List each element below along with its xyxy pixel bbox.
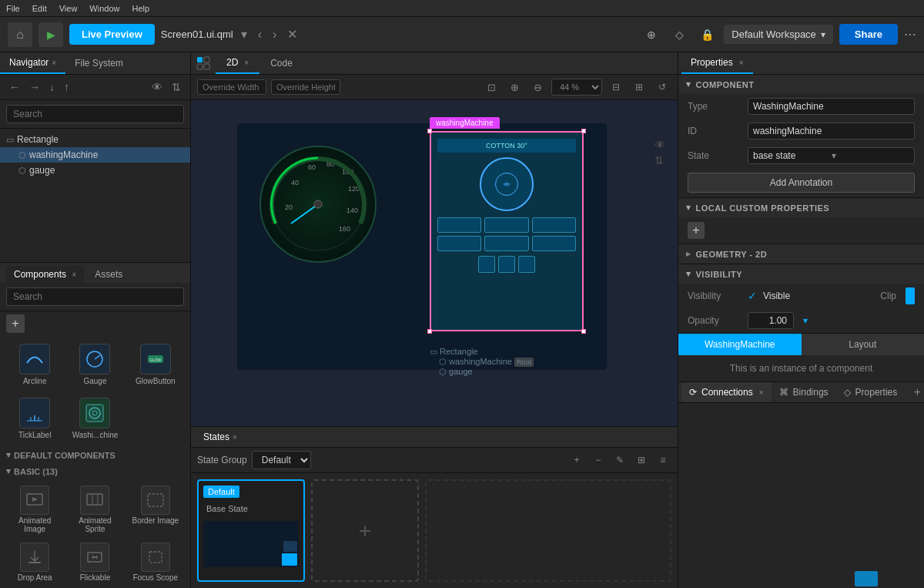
tab-code[interactable]: Code — [259, 53, 303, 73]
component-section-header[interactable]: ▾ COMPONENT — [678, 75, 924, 94]
state-group-select[interactable]: Default — [252, 451, 311, 469]
add-connection-button[interactable]: + — [914, 385, 921, 399]
play-button[interactable]: ▶ — [38, 22, 63, 47]
tab-navigator[interactable]: Navigator × — [0, 52, 65, 74]
canvas-options[interactable]: ⊞ — [630, 78, 648, 96]
add-state-area[interactable]: + — [311, 479, 419, 582]
visibility-toggle-button[interactable]: 👁 — [149, 79, 166, 95]
state-dropdown[interactable]: base state ▾ — [748, 147, 915, 164]
tab-components[interactable]: Components × — [6, 266, 84, 283]
home-button[interactable]: ⌂ — [8, 22, 32, 47]
menu-edit[interactable]: Edit — [32, 4, 47, 13]
add-state-button[interactable]: + — [568, 452, 585, 469]
gauge-component[interactable]: 20 40 60 80 100 120 140 160 0 — [253, 139, 383, 272]
menu-file[interactable]: File — [6, 4, 20, 13]
nav-down-button[interactable]: ↓ — [46, 79, 58, 95]
state-default-card[interactable]: Default Base State — [197, 479, 305, 582]
menu-window[interactable]: Window — [89, 4, 119, 13]
override-width-input[interactable] — [197, 79, 266, 95]
menu-view[interactable]: View — [59, 4, 78, 13]
close-file-button[interactable]: ✕ — [284, 24, 300, 45]
basic-flickable[interactable]: Flickable — [66, 539, 123, 585]
edit-state-button[interactable]: ✎ — [611, 452, 628, 469]
canvas-refresh[interactable]: ↺ — [653, 78, 671, 96]
clip-toggle[interactable] — [906, 287, 915, 304]
component-search-input[interactable] — [6, 287, 184, 306]
geometry-header[interactable]: ▸ GEOMETRY - 2D — [678, 244, 924, 264]
list-view-button[interactable]: ≡ — [654, 452, 671, 469]
tab-2d[interactable]: 2D × — [216, 52, 259, 74]
add-property-button[interactable]: + — [688, 222, 705, 239]
comp-arcline[interactable]: Arcline — [6, 339, 63, 390]
lock-icon[interactable]: 🔒 — [696, 24, 718, 45]
comp-washingmachine[interactable]: Washi...chine — [66, 393, 123, 444]
tab-properties-conn[interactable]: ◇ Properties — [836, 382, 906, 402]
live-preview-button[interactable]: Live Preview — [69, 24, 155, 45]
visibility-check-icon[interactable]: ✓ — [748, 290, 757, 302]
override-height-input[interactable] — [271, 79, 340, 95]
comp-glowbutton[interactable]: GLOW GlowButton — [127, 339, 184, 390]
washingmachine-icon: ⬡ — [18, 150, 26, 160]
zoom-selector[interactable]: 44 % 100 % 50 % — [551, 79, 602, 96]
search-input[interactable] — [6, 105, 184, 123]
drop-area-icon — [20, 543, 49, 572]
tab-layout[interactable]: Layout — [802, 334, 925, 355]
basic-drop-area[interactable]: Drop Area — [6, 539, 63, 585]
add-annotation-button[interactable]: Add Annotation — [688, 173, 915, 193]
basic-animated-image[interactable]: Animated Image — [6, 482, 63, 536]
tab-assets[interactable]: Assets — [87, 266, 130, 283]
close-components-tab[interactable]: × — [72, 270, 76, 279]
basic-focus-scope[interactable]: Focus Scope — [127, 539, 184, 585]
tree-item-gauge[interactable]: ⬡ gauge — [0, 163, 190, 178]
tab-states[interactable]: States × — [194, 427, 246, 447]
remove-state-button[interactable]: − — [590, 452, 607, 469]
tab-washingmachine-detail[interactable]: WashingMachine — [678, 334, 802, 355]
nav-back-button[interactable]: ← — [6, 79, 23, 95]
connections-icon[interactable]: ⊕ — [641, 24, 662, 45]
basic-animated-sprite[interactable]: Animated Sprite — [66, 482, 123, 536]
opacity-spinner[interactable]: ▾ — [803, 315, 808, 326]
tab-connections[interactable]: ⟳ Connections × — [681, 382, 772, 402]
nav-up-button[interactable]: ↑ — [61, 79, 72, 95]
share-button[interactable]: Share — [839, 24, 898, 45]
close-states-tab[interactable]: × — [233, 433, 237, 442]
tab-bindings[interactable]: ⌘ Bindings — [772, 382, 836, 402]
visibility-section-header[interactable]: ▾ VISIBILITY — [678, 264, 924, 284]
zoom-in-button[interactable]: ⊕ — [505, 78, 524, 96]
basic-components-header[interactable]: ▾ BASIC (13) — [0, 463, 190, 479]
workspace-selector[interactable]: Default Workspace ▾ — [724, 25, 833, 44]
nav-forward-button[interactable]: → — [26, 79, 43, 95]
close-navigator-tab[interactable]: × — [52, 59, 56, 67]
canvas-sort-btn[interactable]: ⇅ — [654, 154, 665, 166]
canvas-view-toggle[interactable]: ⊟ — [607, 78, 625, 96]
comp-gauge[interactable]: Gauge — [66, 339, 123, 390]
close-connections-tab[interactable]: × — [759, 388, 764, 397]
svg-point-35 — [314, 200, 322, 208]
washing-machine-canvas[interactable]: washingMachine COTTON 30° — [430, 131, 584, 331]
tab-filesystem[interactable]: File System — [65, 52, 132, 74]
fit-canvas-button[interactable]: ⊡ — [482, 78, 500, 96]
opacity-input[interactable] — [748, 312, 794, 329]
settings-icon[interactable]: ◇ — [668, 24, 690, 45]
local-custom-props-header[interactable]: ▾ LOCAL CUSTOM PROPERTIES — [678, 198, 924, 217]
zoom-out-button[interactable]: ⊖ — [528, 78, 547, 96]
tree-item-washingmachine[interactable]: ⬡ washingMachine — [0, 147, 190, 163]
sort-button[interactable]: ⇅ — [169, 79, 184, 95]
grid-view-button[interactable]: ⊞ — [633, 452, 650, 469]
filename-dropdown-icon[interactable]: ▾ — [238, 24, 250, 45]
forward-nav-button[interactable]: › — [270, 25, 280, 45]
canvas-eye-btn[interactable]: 👁 — [654, 139, 665, 151]
add-component-button[interactable]: + — [6, 314, 25, 333]
menu-bar: File Edit View Window Help — [0, 0, 924, 17]
basic-border-image[interactable]: Border Image — [127, 482, 184, 536]
menu-help[interactable]: Help — [132, 4, 149, 13]
glowbutton-icon: GLOW — [140, 344, 171, 375]
comp-ticklabel[interactable]: TickLabel — [6, 393, 63, 444]
default-components-header[interactable]: ▾ DEFAULT COMPONENTS — [0, 447, 190, 463]
close-2d-tab[interactable]: × — [244, 59, 249, 67]
close-properties-tab[interactable]: × — [739, 59, 744, 67]
more-options-button[interactable]: ⋯ — [904, 27, 916, 42]
tab-properties-main[interactable]: Properties × — [681, 52, 753, 74]
tree-item-rectangle[interactable]: ▭ Rectangle — [0, 132, 190, 147]
back-nav-button[interactable]: ‹ — [255, 25, 265, 45]
